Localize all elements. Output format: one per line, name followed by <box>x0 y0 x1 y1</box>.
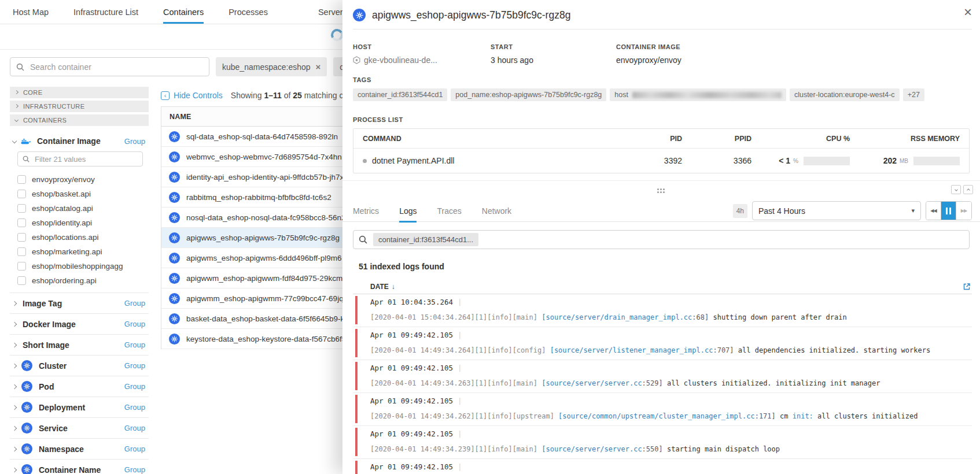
facet-group-row[interactable]: Docker Image Group <box>10 313 149 334</box>
date-column-header[interactable]: DATE <box>370 283 389 291</box>
sort-desc-icon[interactable]: ↓ <box>392 283 395 291</box>
container-search[interactable] <box>10 57 209 76</box>
facet-group-row[interactable]: Pod Group <box>10 376 149 397</box>
panel-tab[interactable]: Logs <box>399 200 417 222</box>
expand-section-button[interactable] <box>963 185 973 194</box>
facet-section-header[interactable]: CORE <box>10 87 149 98</box>
log-source-link[interactable]: [source/server/drain_manager_impl.cc <box>541 314 692 321</box>
facet-value-row[interactable]: eshop/identity.api <box>17 216 149 230</box>
facet-filter[interactable] <box>17 151 143 166</box>
panel-tab[interactable]: Metrics <box>353 200 379 222</box>
log-source-link[interactable]: [source/common/upstream/cluster_manager_… <box>558 413 755 420</box>
group-by-link[interactable]: Group <box>124 445 149 453</box>
log-row[interactable]: Apr 01 09:49:42.105| [2020-04-01 14:49:3… <box>353 426 972 459</box>
facet-section-header[interactable]: CONTAINERS <box>10 114 149 126</box>
close-icon[interactable]: × <box>964 5 972 19</box>
group-by-link[interactable]: Group <box>124 340 149 349</box>
group-by-link[interactable]: Group <box>124 465 149 474</box>
facet-value-row[interactable]: eshop/basket.api <box>17 187 149 201</box>
log-source-link[interactable]: [source/server/server.cc <box>541 380 642 387</box>
log-row[interactable]: Apr 01 09:49:42.105| [2020-04-01 14:49:3… <box>353 459 972 474</box>
checkbox[interactable] <box>17 276 26 285</box>
tag-chip[interactable]: cluster-location:europe-west4-c <box>790 88 900 101</box>
facet-group-row[interactable]: Cluster Group <box>10 355 149 376</box>
kubernetes-icon <box>21 443 32 454</box>
nav-tab[interactable]: Containers <box>163 0 204 24</box>
log-source-link[interactable]: [source/server/server.cc <box>541 446 642 453</box>
log-search[interactable]: container_id:f3613f544cd1... <box>353 230 970 249</box>
fast-forward-button[interactable]: ▶▶ <box>956 202 971 220</box>
host-value[interactable]: gke-vboulineau-de... <box>353 55 491 65</box>
chevron-right-icon <box>12 384 17 388</box>
group-by-link[interactable]: Group <box>124 320 149 328</box>
checkbox[interactable] <box>17 219 26 227</box>
facet-group-row[interactable]: Service Group <box>10 417 149 438</box>
search-icon <box>16 63 24 71</box>
group-by-image-link[interactable]: Group <box>124 137 149 146</box>
group-by-link[interactable]: Group <box>124 424 149 432</box>
panel-tab[interactable]: Network <box>482 200 511 222</box>
filter-chip-kube-namespace[interactable]: kube_namespace:eshop × <box>216 57 327 76</box>
open-in-log-explorer-icon[interactable] <box>963 283 971 291</box>
process-row[interactable]: dotnet Payment.API.dll 3392 3366 < 1% 20… <box>353 149 969 173</box>
tag-chip-host-redacted[interactable]: host <box>610 88 786 101</box>
rewind-button[interactable]: ◀◀ <box>926 202 941 220</box>
facet-container-image[interactable]: Container Image Group <box>13 134 149 148</box>
facet-section-header[interactable]: INFRASTRUCTURE <box>10 101 149 112</box>
drag-handle-icon[interactable] <box>657 188 659 190</box>
facet-value-row[interactable]: envoyproxy/envoy <box>17 172 149 187</box>
checkbox[interactable] <box>17 190 26 198</box>
pid-header[interactable]: PID <box>613 135 682 143</box>
facet-group-row[interactable]: Container Name Group <box>10 459 149 474</box>
group-by-link[interactable]: Group <box>124 403 149 412</box>
command-header[interactable]: COMMAND <box>363 135 613 143</box>
hide-controls-link[interactable]: ‹ Hide Controls <box>161 91 223 100</box>
log-source-link[interactable]: [source/server/listener_manager_impl.cc <box>550 347 713 354</box>
remove-chip-icon[interactable]: × <box>316 62 321 71</box>
tag-chip[interactable]: container_id:f3613f544cd1 <box>353 88 447 101</box>
panel-splitter[interactable] <box>342 180 980 200</box>
time-range-select[interactable]: Past 4 Hours ▾ <box>752 201 921 220</box>
facet-group-row[interactable]: Short Image Group <box>10 334 149 355</box>
panel-tab[interactable]: Traces <box>437 200 461 222</box>
rss-header[interactable]: RSS MEMORY <box>850 135 960 143</box>
log-row[interactable]: Apr 01 09:49:42.105| [2020-04-01 14:49:3… <box>353 327 972 360</box>
log-message: [2020-04-01 14:49:34.263][1][info][main]… <box>370 380 972 387</box>
tag-chip-more[interactable]: +27 <box>903 88 924 101</box>
tag-chip[interactable]: pod_name:eshop-apigwws-7b75b9fc9c-rgz8g <box>451 88 606 101</box>
checkbox[interactable] <box>17 175 26 184</box>
nav-tab[interactable]: Processes <box>229 0 268 24</box>
checkbox[interactable] <box>17 262 26 271</box>
group-by-link[interactable]: Group <box>124 382 149 391</box>
nav-tab[interactable]: Infrastructure List <box>73 0 138 24</box>
cpu-header[interactable]: CPU % <box>751 135 850 143</box>
facet-value-row[interactable]: eshop/ordering.api <box>17 273 149 288</box>
checkbox[interactable] <box>17 247 26 256</box>
checkbox[interactable] <box>17 204 26 213</box>
group-by-link[interactable]: Group <box>124 299 149 308</box>
panel-header: apigwws_eshop-apigwws-7b75b9fc9c-rgz8g <box>342 0 980 29</box>
process-pid: 3392 <box>613 156 682 165</box>
pause-icon <box>946 208 951 214</box>
pause-button[interactable] <box>941 202 956 220</box>
playback-controls: ◀◀ ▶▶ <box>926 201 972 220</box>
search-input[interactable] <box>29 62 203 72</box>
group-by-link[interactable]: Group <box>124 361 149 370</box>
log-row[interactable]: Apr 01 10:04:35.264| [2020-04-01 15:04:3… <box>353 294 972 327</box>
kubernetes-icon <box>169 172 180 183</box>
log-row[interactable]: Apr 01 09:49:42.105| [2020-04-01 14:49:3… <box>353 360 972 393</box>
facet-value-row[interactable]: eshop/locations.api <box>17 230 149 245</box>
facet-group-row[interactable]: Namespace Group <box>10 438 149 459</box>
nav-tab[interactable]: Host Map <box>13 0 49 24</box>
facet-value-row[interactable]: eshop/mobileshoppingagg <box>17 259 149 273</box>
facet-group-row[interactable]: Deployment Group <box>10 397 149 417</box>
facet-filter-input[interactable] <box>34 154 138 164</box>
checkbox[interactable] <box>17 233 26 242</box>
facet-group-row[interactable]: Image Tag Group <box>10 292 149 313</box>
ppid-header[interactable]: PPID <box>682 135 751 143</box>
facet-value-row[interactable]: eshop/catalog.api <box>17 201 149 216</box>
log-row[interactable]: Apr 01 09:49:42.105| [2020-04-01 14:49:3… <box>353 393 972 426</box>
collapse-section-button[interactable] <box>951 185 961 194</box>
facet-value-row[interactable]: eshop/marketing.api <box>17 245 149 259</box>
log-search-chip[interactable]: container_id:f3613f544cd1... <box>373 233 478 246</box>
